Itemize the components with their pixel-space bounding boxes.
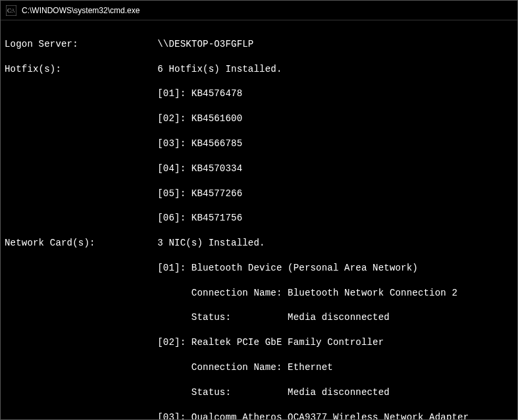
cmd-icon: C:\ bbox=[6, 5, 16, 16]
logon-server-line: Logon Server: \\DESKTOP-O3FGFLP bbox=[5, 38, 513, 51]
nic-line: [03]: Qualcomm Atheros QCA9377 Wireless … bbox=[5, 411, 513, 420]
hotfix-item: [02]: KB4561600 bbox=[5, 113, 513, 125]
nic-line: [02]: Realtek PCIe GbE Family Controller bbox=[5, 336, 513, 349]
window-title: C:\WINDOWS\system32\cmd.exe bbox=[22, 6, 140, 15]
hotfix-item: [04]: KB4570334 bbox=[5, 163, 513, 175]
terminal-output[interactable]: Logon Server: \\DESKTOP-O3FGFLP Hotfix(s… bbox=[1, 20, 517, 420]
hotfix-header-line: Hotfix(s): 6 Hotfix(s) Installed. bbox=[5, 63, 513, 76]
nic-line: Connection Name: Bluetooth Network Conne… bbox=[5, 287, 513, 300]
svg-text:C:\: C:\ bbox=[7, 7, 15, 14]
nic-line: [01]: Bluetooth Device (Personal Area Ne… bbox=[5, 262, 513, 275]
hotfix-item: [03]: KB4566785 bbox=[5, 138, 513, 150]
hotfix-item: [06]: KB4571756 bbox=[5, 212, 513, 224]
titlebar[interactable]: C:\ C:\WINDOWS\system32\cmd.exe bbox=[1, 1, 517, 20]
nic-line: Status: Media disconnected bbox=[5, 386, 513, 399]
hotfix-item: [01]: KB4576478 bbox=[5, 88, 513, 100]
network-header-line: Network Card(s): 3 NIC(s) Installed. bbox=[5, 237, 513, 249]
nic-line: Connection Name: Ethernet bbox=[5, 361, 513, 374]
nic-line: Status: Media disconnected bbox=[5, 311, 513, 324]
hotfix-item: [05]: KB4577266 bbox=[5, 188, 513, 200]
